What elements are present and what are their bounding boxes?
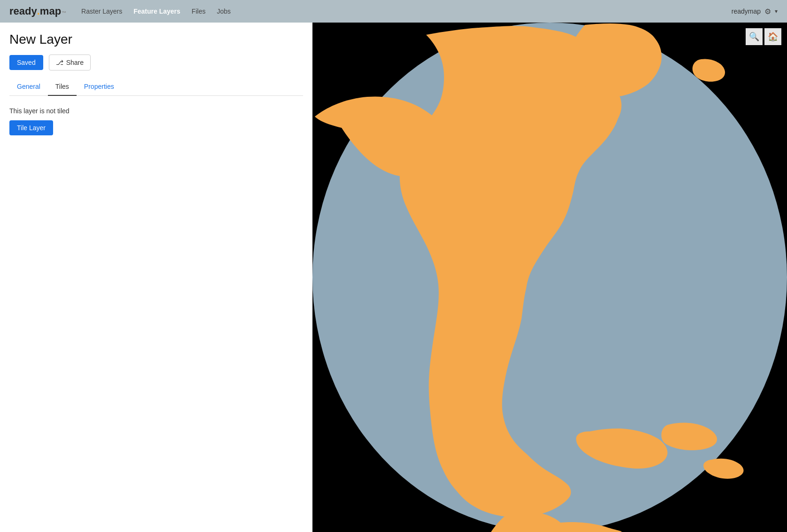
logo-map-text: map bbox=[40, 5, 61, 17]
tab-tiles[interactable]: Tiles bbox=[48, 78, 77, 96]
main-nav: Raster Layers Feature Layers Files Jobs bbox=[81, 6, 231, 17]
action-bar: Saved ⎇ Share bbox=[9, 55, 303, 70]
not-tiled-message: This layer is not tiled bbox=[9, 107, 303, 115]
nav-files[interactable]: Files bbox=[192, 6, 206, 17]
nav-feature-layers[interactable]: Feature Layers bbox=[133, 6, 180, 17]
user-name: readymap bbox=[732, 8, 761, 15]
chevron-down-icon[interactable]: ▾ bbox=[775, 8, 778, 15]
globe-map bbox=[312, 23, 787, 532]
share-icon: ⎇ bbox=[56, 59, 63, 66]
main-content: New Layer Saved ⎇ Share General Tiles Pr… bbox=[0, 23, 787, 532]
logo-trademark: ™ bbox=[62, 10, 66, 16]
saved-button[interactable]: Saved bbox=[9, 55, 43, 70]
header-right: readymap ⚙ ▾ bbox=[732, 7, 778, 16]
map-home-button[interactable]: 🏠 bbox=[764, 28, 781, 45]
gear-icon[interactable]: ⚙ bbox=[764, 7, 771, 16]
map-controls: 🔍 🏠 bbox=[746, 28, 781, 45]
header: ready.map™ Raster Layers Feature Layers … bbox=[0, 0, 787, 23]
share-label: Share bbox=[66, 59, 84, 66]
logo-ready-text: ready bbox=[9, 5, 37, 17]
share-button[interactable]: ⎇ Share bbox=[49, 55, 91, 70]
nav-raster-layers[interactable]: Raster Layers bbox=[81, 6, 122, 17]
tiles-content: This layer is not tiled Tile Layer bbox=[9, 105, 303, 135]
logo: ready.map™ bbox=[9, 5, 66, 17]
search-icon: 🔍 bbox=[749, 31, 759, 42]
home-icon: 🏠 bbox=[768, 31, 778, 42]
tab-general[interactable]: General bbox=[9, 78, 48, 96]
tabs-bar: General Tiles Properties bbox=[9, 78, 303, 96]
header-left: ready.map™ Raster Layers Feature Layers … bbox=[9, 5, 231, 17]
map-panel: 🔍 🏠 bbox=[312, 23, 787, 532]
nav-jobs[interactable]: Jobs bbox=[217, 6, 231, 17]
page-title: New Layer bbox=[9, 32, 303, 47]
tab-properties[interactable]: Properties bbox=[77, 78, 122, 96]
map-search-button[interactable]: 🔍 bbox=[746, 28, 763, 45]
left-panel: New Layer Saved ⎇ Share General Tiles Pr… bbox=[0, 23, 312, 532]
tile-layer-button[interactable]: Tile Layer bbox=[9, 120, 53, 135]
